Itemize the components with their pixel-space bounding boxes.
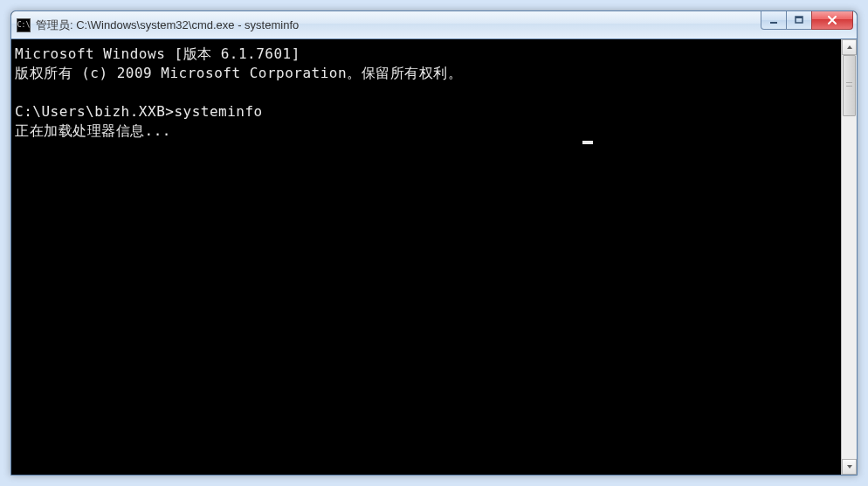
window-title: 管理员: C:\Windows\system32\cmd.exe - syste… (36, 17, 761, 33)
svg-rect-0 (770, 22, 777, 24)
scroll-track[interactable] (842, 55, 857, 459)
vertical-scrollbar[interactable] (841, 39, 857, 475)
output-line: Microsoft Windows [版本 6.1.7601] (15, 45, 300, 62)
cursor (582, 141, 593, 144)
terminal-output[interactable]: Microsoft Windows [版本 6.1.7601] 版权所有 (c)… (11, 39, 841, 475)
status-line: 正在加载处理器信息... (15, 122, 171, 139)
cmd-icon: C:\ (17, 18, 31, 32)
minimize-icon (768, 15, 779, 25)
prompt-line: C:\Users\bizh.XXB>systeminfo (15, 103, 263, 120)
maximize-icon (794, 15, 804, 25)
scroll-up-button[interactable] (842, 39, 857, 55)
minimize-button[interactable] (761, 11, 787, 30)
scroll-down-button[interactable] (842, 459, 857, 475)
scroll-thumb[interactable] (843, 55, 856, 116)
maximize-button[interactable] (786, 11, 812, 30)
window-controls (761, 11, 857, 38)
cmd-window: C:\ 管理员: C:\Windows\system32\cmd.exe - s… (10, 10, 858, 476)
svg-rect-2 (796, 17, 803, 18)
chevron-down-icon (846, 464, 853, 469)
close-icon (826, 15, 838, 25)
chevron-up-icon (846, 45, 853, 50)
terminal-area: Microsoft Windows [版本 6.1.7601] 版权所有 (c)… (11, 39, 857, 475)
close-button[interactable] (811, 11, 853, 30)
output-line: 版权所有 (c) 2009 Microsoft Corporation。保留所有… (15, 65, 462, 81)
titlebar[interactable]: C:\ 管理员: C:\Windows\system32\cmd.exe - s… (11, 11, 857, 39)
